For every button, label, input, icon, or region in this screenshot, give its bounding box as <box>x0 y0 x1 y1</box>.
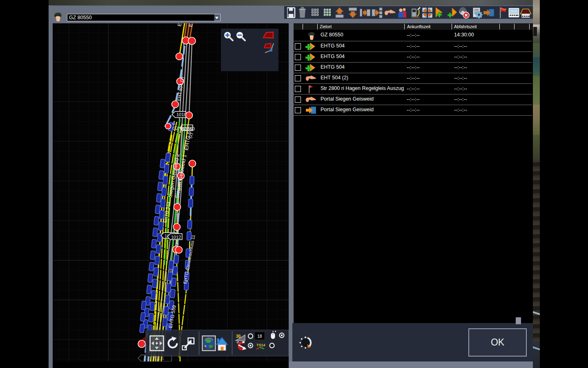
svg-text:80550: 80550 <box>182 126 195 131</box>
svg-text:TS14: TS14 <box>256 343 265 347</box>
svg-text:hg: hg <box>172 123 175 125</box>
svg-text:1011.014: 1011.014 <box>144 356 164 361</box>
svg-text:101b: 101b <box>176 112 186 117</box>
svg-text:1012: 1012 <box>171 235 181 240</box>
svg-text:18: 18 <box>257 334 262 339</box>
